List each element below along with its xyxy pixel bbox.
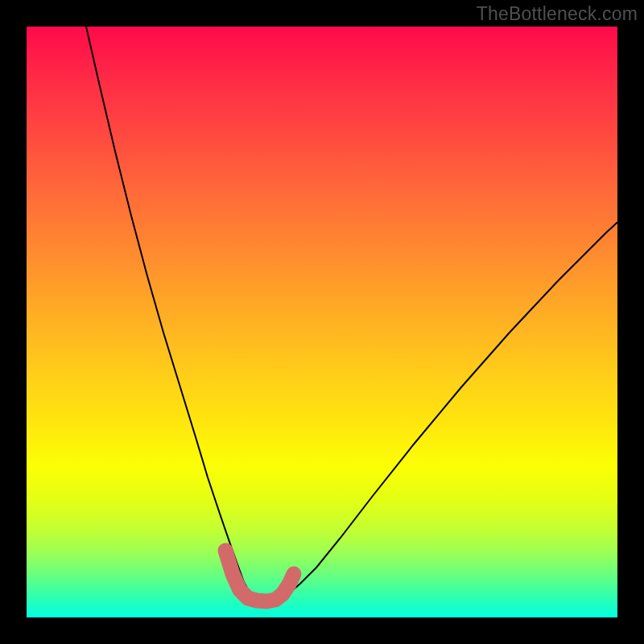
chart-svg [27,27,617,617]
bottleneck-curve-path [86,27,617,601]
bottleneck-marker-path [225,551,294,601]
chart-frame: TheBottleneck.com [0,0,644,644]
watermark-text: TheBottleneck.com [477,3,638,25]
plot-area [27,27,617,617]
